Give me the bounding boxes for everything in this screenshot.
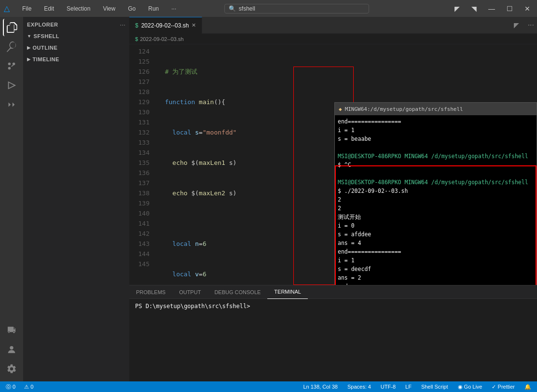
eol[interactable]: LF [403,384,413,390]
ft-line-1: i = 1 [338,126,534,135]
spaces-setting[interactable]: Spaces: 4 [345,384,373,390]
close-btn[interactable]: ✕ [522,4,533,14]
output-tab[interactable]: OUTPUT [172,285,207,299]
float-terminal-header: ◆ MINGW64:/d/mysetup/gopath/src/sfshell [335,103,537,115]
search-text: sfshell [239,5,255,12]
warnings-count[interactable]: ⚠ 0 [22,384,35,390]
menu-bar: File Edit Selection View Go Run ··· [19,4,179,13]
code-editor[interactable]: 124 125 126 127 128 129 130 131 132 133 … [129,44,537,285]
ft-line-18: ans = 2 [338,273,534,282]
sidebar: EXPLORER ··· ▼ SFSHELL ▶ OUTLINE ▶ TIMEL… [23,17,129,381]
split-editor-btn[interactable]: ◤ [510,21,523,29]
terminal-tab[interactable]: TERMINAL [267,285,308,299]
timeline-section[interactable]: ▶ TIMELINE [23,54,129,65]
docker-icon[interactable]: ⛟ [3,322,20,339]
explorer-icon[interactable] [3,19,20,36]
main-layout: ⛟ EXPLORER ··· ▼ SFSHELL ▶ OUTLINE ▶ TIM… [0,17,537,381]
ft-line-11: 测试开始 [338,213,534,221]
terminal-panel: PROBLEMS OUTPUT DEBUG CONSOLE TERMINAL P… [129,285,537,381]
menu-run[interactable]: Run [145,4,162,13]
breadcrumb-path: 2022-09-02--03.sh [140,36,184,42]
ft-line-7: MSI@DESKTOP-486RPKO MINGW64 /d/mysetup/g… [338,178,534,187]
svg-point-0 [10,346,13,350]
outline-label: OUTLINE [33,45,58,51]
activity-bottom: ⛟ [3,322,20,378]
ft-line-6 [338,169,534,178]
titlebar: △ File Edit Selection View Go Run ··· 🔍 … [0,0,537,17]
sfshell-section[interactable]: ▼ SFSHELL [23,30,129,42]
prettier-btn[interactable]: ✓ Prettier [490,384,517,390]
menu-selection[interactable]: Selection [64,4,93,13]
terminal-content[interactable]: PS D:\mysetup\gopath\src\sfshell> [129,299,537,381]
encoding[interactable]: UTF-8 [379,384,398,390]
problems-tab[interactable]: PROBLEMS [129,285,172,299]
search-icon: 🔍 [229,5,236,12]
menu-more[interactable]: ··· [168,4,179,13]
ft-line-13: s = afddee [338,230,534,239]
source-control-icon[interactable] [3,57,20,75]
menu-go[interactable]: Go [125,4,138,13]
editor-area: $ 2022-09-02--03.sh ✕ ◤ ··· $ 2022-09-02… [129,17,537,381]
ft-line-12: i = 0 [338,221,534,230]
outline-section[interactable]: ▶ OUTLINE [23,42,129,54]
float-terminal-content[interactable]: end================ i = 1 s = beaabe MSI… [335,115,537,285]
golive-btn[interactable]: ◉ Go Live [456,384,484,390]
sfshell-label: SFSHELL [33,33,59,39]
sidebar-more-btn[interactable]: ··· [120,21,125,28]
chevron-right-icon: ▶ [27,45,31,50]
float-terminal: ◆ MINGW64:/d/mysetup/gopath/src/sfshell … [334,102,537,285]
ft-line-8: $ ./2022-09-02--03.sh [338,187,534,195]
terminal-logo: ◆ [339,106,342,112]
line-numbers: 124 125 126 127 128 129 130 131 132 133 … [129,44,153,285]
menu-view[interactable]: View [100,4,118,13]
search-icon[interactable] [3,38,20,55]
menu-edit[interactable]: Edit [41,4,57,13]
ft-line-19: end================ [338,282,534,285]
window-controls: ◤ ◥ — ☐ ✕ [452,4,533,14]
tab-bar: $ 2022-09-02--03.sh ✕ ◤ ··· [129,17,537,34]
terminal-prompt: PS D:\mysetup\gopath\src\sfshell> [135,302,531,311]
chevron-right-icon2: ▶ [27,57,31,62]
breadcrumb: $ 2022-09-02--03.sh [129,34,537,44]
language-mode[interactable]: Shell Script [419,384,450,390]
chevron-down-icon: ▼ [27,34,31,39]
float-terminal-title: MINGW64:/d/mysetup/gopath/src/sfshell [345,106,463,112]
layout-btn2[interactable]: ◥ [468,4,480,14]
dollar-icon: $ [135,22,138,29]
ft-line-5: $ ^C [338,161,534,169]
menu-file[interactable]: File [19,4,34,13]
settings-icon[interactable] [3,360,20,378]
debug-console-tab[interactable]: DEBUG CONSOLE [207,285,267,299]
extensions-icon[interactable] [3,96,20,113]
activity-bar: ⛟ [0,17,23,381]
ft-line-9: 2 [338,195,534,204]
more-actions-btn[interactable]: ··· [525,21,537,29]
close-tab-btn[interactable]: ✕ [192,22,196,28]
ft-line-14: ans = 4 [338,239,534,247]
ft-line-17: s = deecdf [338,265,534,273]
terminal-tabs: PROBLEMS OUTPUT DEBUG CONSOLE TERMINAL [129,285,537,299]
maximize-btn[interactable]: ☐ [504,4,516,14]
errors-count[interactable]: ⓪ 0 [4,383,17,391]
ft-line-2: s = beaabe [338,135,534,143]
cursor-position[interactable]: Ln 138, Col 38 [301,384,340,390]
ft-line-4: MSI@DESKTOP-486RPKO MINGW64 /d/mysetup/g… [338,152,534,161]
ft-line-0: end================ [338,117,534,126]
code-line-124: # 为了测试 [157,67,533,77]
editor-tab-active[interactable]: $ 2022-09-02--03.sh ✕ [129,17,202,34]
vscode-logo: △ [4,4,10,13]
ft-line-16: i = 1 [338,256,534,265]
explorer-title: EXPLORER [27,22,58,27]
ft-line-3 [338,143,534,152]
status-right: Ln 138, Col 38 Spaces: 4 UTF-8 LF Shell … [301,384,533,390]
notifications-btn[interactable]: 🔔 [523,384,533,390]
tab-filename: 2022-09-02--03.sh [141,22,189,29]
account-icon[interactable] [3,341,20,358]
breadcrumb-dollar: $ [135,36,138,42]
ft-line-10: 2 [338,204,534,213]
status-bar: ⓪ 0 ⚠ 0 Ln 138, Col 38 Spaces: 4 UTF-8 L… [0,381,537,392]
run-icon[interactable] [3,77,20,94]
minimize-btn[interactable]: — [485,4,498,14]
title-search-bar[interactable]: 🔍 sfshell [224,4,369,14]
layout-btn[interactable]: ◤ [452,4,463,14]
